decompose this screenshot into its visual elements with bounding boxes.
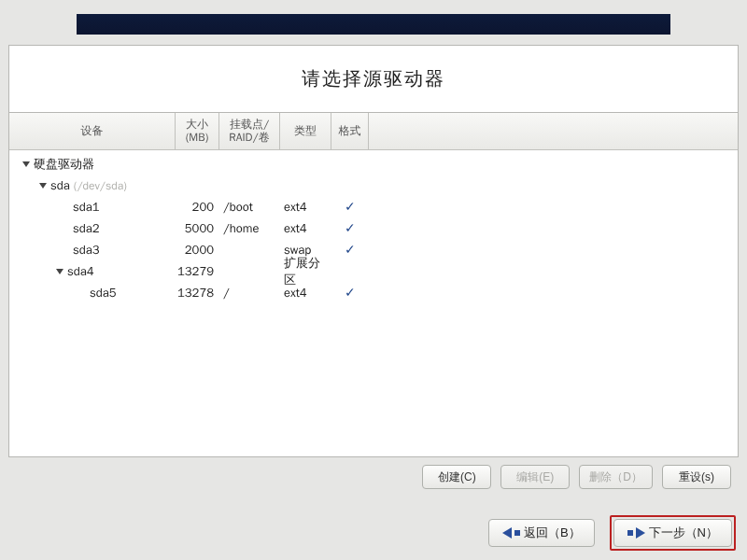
- cell-mp: /: [219, 285, 280, 301]
- table-row[interactable]: sda513278/ext4✓: [9, 283, 738, 304]
- cell-type: ext4: [280, 285, 331, 301]
- next-label: 下一步（N）: [649, 525, 718, 541]
- device-name: sda5: [90, 285, 117, 301]
- col-size[interactable]: 大小 (MB): [176, 113, 219, 149]
- cell-device: 硬盘驱动器: [9, 156, 176, 173]
- col-type[interactable]: 类型: [280, 113, 331, 149]
- cell-device: sda3: [9, 242, 176, 259]
- table-row[interactable]: 硬盘驱动器: [9, 154, 738, 175]
- panel-title: 请选择源驱动器: [9, 46, 738, 112]
- cell-mp: /boot: [219, 199, 280, 216]
- main-panel: 请选择源驱动器 设备 大小 (MB) 挂载点/ RAID/卷 类型 格式 硬盘驱…: [8, 45, 739, 457]
- expander-icon[interactable]: [56, 269, 63, 274]
- back-button[interactable]: 返回（B）: [488, 519, 595, 547]
- cell-device: sda1: [9, 199, 176, 216]
- create-button[interactable]: 创建(C): [422, 465, 491, 489]
- device-name: sda4: [67, 263, 94, 280]
- back-label: 返回（B）: [524, 525, 581, 541]
- cell-type: 扩展分区: [280, 255, 331, 288]
- expander-icon[interactable]: [39, 183, 47, 189]
- cell-device: sda(/dev/sda): [9, 177, 176, 194]
- next-button[interactable]: 下一步（N）: [613, 519, 732, 547]
- col-mountpoint[interactable]: 挂载点/ RAID/卷: [219, 113, 280, 149]
- nav-bar: 返回（B） 下一步（N）: [488, 515, 736, 551]
- device-name: sda3: [73, 242, 100, 259]
- cell-type: ext4: [280, 199, 331, 216]
- cell-type: ext4: [280, 220, 331, 237]
- table-header: 设备 大小 (MB) 挂载点/ RAID/卷 类型 格式: [9, 113, 738, 150]
- cell-size: 200: [176, 199, 219, 216]
- table-row[interactable]: sda25000/homeext4✓: [9, 218, 738, 240]
- expander-icon[interactable]: [22, 161, 30, 167]
- table-row[interactable]: sda1200/bootext4✓: [9, 197, 738, 218]
- cell-device: sda2: [9, 220, 176, 237]
- cell-size: 13279: [176, 263, 219, 280]
- cell-format: ✓: [331, 242, 369, 259]
- device-name: sda: [50, 177, 70, 194]
- reset-button[interactable]: 重设(s): [662, 465, 731, 489]
- cell-size: 5000: [176, 220, 219, 237]
- table-row[interactable]: sda32000swap✓: [9, 240, 738, 261]
- table-row[interactable]: sda413279扩展分区: [9, 261, 738, 283]
- col-format[interactable]: 格式: [331, 113, 369, 149]
- title-bar: [77, 14, 670, 35]
- arrow-right-icon: [636, 527, 645, 539]
- cell-format: ✓: [331, 285, 369, 301]
- cell-format: ✓: [331, 199, 369, 216]
- action-bar: 创建(C) 编辑(E) 删除（D） 重设(s): [8, 461, 739, 489]
- cell-device: sda5: [9, 285, 176, 301]
- arrow-left-icon: [502, 527, 512, 539]
- cell-device: sda4: [9, 263, 176, 280]
- edit-button: 编辑(E): [500, 465, 570, 489]
- partition-table: 设备 大小 (MB) 挂载点/ RAID/卷 类型 格式 硬盘驱动器sda(/d…: [9, 112, 738, 443]
- device-name: sda1: [73, 199, 100, 216]
- device-path-hint: (/dev/sda): [74, 178, 127, 194]
- cell-size: 13278: [176, 285, 219, 301]
- device-name: 硬盘驱动器: [34, 156, 94, 173]
- table-body: 硬盘驱动器sda(/dev/sda)sda1200/bootext4✓sda25…: [9, 150, 738, 304]
- next-button-highlight: 下一步（N）: [610, 515, 736, 551]
- delete-button: 删除（D）: [579, 465, 653, 489]
- table-row[interactable]: sda(/dev/sda): [9, 175, 738, 197]
- cell-format: ✓: [331, 220, 369, 237]
- col-device[interactable]: 设备: [9, 113, 176, 149]
- cell-size: 2000: [176, 242, 219, 259]
- cell-mp: /home: [219, 220, 280, 237]
- device-name: sda2: [73, 220, 100, 237]
